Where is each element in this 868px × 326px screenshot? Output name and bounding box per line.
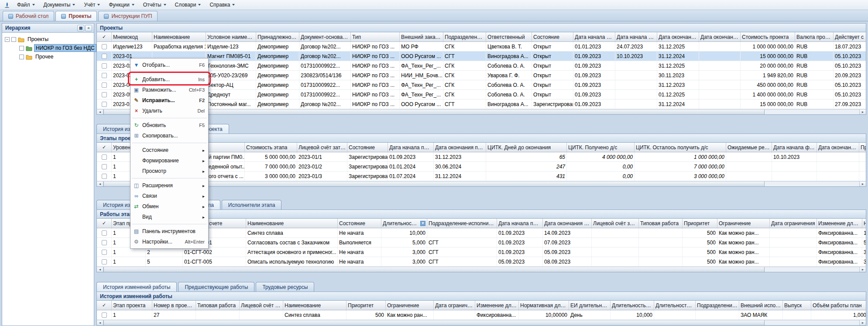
context-menu-item[interactable]: +Добавить...Ins <box>130 74 208 85</box>
column-header[interactable]: Приоритет <box>347 301 386 310</box>
scroll-right-button[interactable]: ► <box>859 320 866 325</box>
row-checkbox[interactable] <box>102 63 107 69</box>
column-header[interactable]: Типовая работа <box>639 219 683 228</box>
tree-checkbox[interactable] <box>19 55 24 59</box>
table-row[interactable]: 1501-СГТ-005Описать используемую техноло… <box>97 257 866 267</box>
row-checkbox[interactable] <box>102 250 107 255</box>
scroll-right-button[interactable]: ► <box>859 182 866 186</box>
select-all-header[interactable]: ✓ <box>97 32 112 41</box>
column-header[interactable]: Приоритет <box>683 219 717 228</box>
table-row[interactable]: 2023-05ДредноутДемопример017310009922...… <box>97 90 866 100</box>
context-menu-item[interactable]: ×УдалитьDel <box>130 106 208 116</box>
column-header[interactable]: Дата окончания план <box>543 219 592 228</box>
main-tab[interactable]: Рабочий стол <box>3 11 54 21</box>
column-header[interactable]: Изменение длительности <box>475 301 519 310</box>
column-header[interactable]: Этап проекта <box>112 301 152 310</box>
context-menu-item[interactable]: ⇄Обмен▸ <box>130 201 208 212</box>
history-hscrollbar[interactable]: ◄► <box>96 320 866 326</box>
context-menu-item[interactable]: ⚙Настройки...Alt+Enter <box>130 237 208 247</box>
tree-item[interactable]: −Проекты <box>2 35 94 44</box>
column-header[interactable]: Подразделение-исполнитель <box>696 301 739 310</box>
table-row[interactable]: 1еденной опыт...7 000 000,002023-01/2Зар… <box>97 162 866 172</box>
context-menu-item[interactable]: Вид▸ <box>130 212 208 222</box>
scroll-left-button[interactable]: ◄ <box>97 320 103 325</box>
context-menu-item[interactable]: Просмотр▸ <box>130 166 208 176</box>
context-menu-item[interactable]: ◫Расширения▸ <box>130 180 208 191</box>
scroll-thumb[interactable] <box>103 320 765 325</box>
column-header[interactable]: Ограничение <box>386 301 434 310</box>
context-menu-item[interactable]: Состояние▸ <box>130 145 208 155</box>
row-checkbox[interactable] <box>102 82 107 88</box>
row-checkbox[interactable] <box>102 54 107 59</box>
column-header[interactable]: Ответственный <box>486 32 532 41</box>
context-menu-item[interactable]: ↻ОбновитьF5 <box>130 120 208 130</box>
menubar-item[interactable]: Отчёты <box>139 0 170 9</box>
works-hscrollbar[interactable]: ◄► <box>96 267 866 272</box>
table-row[interactable]: 1ого отчета с ...3 000 000,002023-01/3За… <box>97 172 866 181</box>
column-header[interactable]: Длительность факт <box>654 301 696 310</box>
column-header[interactable]: Условное наименование <box>206 32 256 41</box>
tree-item[interactable]: Прочее <box>2 52 94 61</box>
column-header[interactable]: Лицевой счёт затрат <box>592 219 639 228</box>
column-header[interactable]: Нормативная длительность <box>862 219 866 228</box>
select-all-header[interactable]: ✓ <box>97 301 112 310</box>
column-header[interactable]: ЦИТК. Дней до окончания <box>486 143 567 152</box>
section-tab[interactable]: Исполнители этапа <box>222 200 282 209</box>
column-header[interactable]: Ограничение <box>717 219 770 228</box>
scroll-right-button[interactable]: ► <box>859 110 866 114</box>
stages-hscrollbar[interactable]: ◄► <box>96 181 866 187</box>
row-checkbox[interactable] <box>102 240 107 245</box>
row-checkbox[interactable] <box>102 174 107 179</box>
table-row[interactable]: 2023-02Технология-ЭМСДемопример017310009… <box>97 61 866 71</box>
menubar-item[interactable]: Документы <box>40 0 79 9</box>
column-header[interactable]: ЕИ длительности <box>569 301 611 310</box>
column-header[interactable]: Нормативная длительность <box>519 301 569 310</box>
column-header[interactable]: Объём работы план <box>811 301 866 310</box>
collapse-panel-icon[interactable]: « <box>85 25 92 31</box>
column-header[interactable]: Дата окончания ф <box>817 143 859 152</box>
column-header[interactable]: Дата начала план. <box>573 32 615 41</box>
column-header[interactable]: Дата окончания план. <box>657 32 699 41</box>
row-checkbox[interactable] <box>102 73 107 78</box>
column-header[interactable]: Дата начала план <box>388 143 434 152</box>
column-header[interactable]: Длительность план▼ <box>381 219 427 228</box>
column-header[interactable]: Дата окончания план <box>434 143 486 152</box>
table-row[interactable]: 2023-04Вектор-АЦДемопример017310009922..… <box>97 80 866 90</box>
context-menu-item[interactable]: ▼Отобрать...F6 <box>130 60 208 70</box>
column-header[interactable]: Типовая работа <box>196 301 240 310</box>
column-header[interactable]: Валюта проекта <box>795 32 834 41</box>
table-row[interactable]: 2023-01ппПостоянный маг...ДемопримерДого… <box>97 100 866 109</box>
column-header[interactable]: Номер в проекте <box>152 301 196 310</box>
column-header[interactable]: Состояние <box>532 32 573 41</box>
projects-hscrollbar[interactable]: ◄► <box>96 109 866 115</box>
column-header[interactable]: Внешний исполнитель <box>739 301 783 310</box>
column-header[interactable]: Наименование <box>152 32 206 41</box>
context-menu-item[interactable]: ⊞Скопировать... <box>130 130 208 141</box>
column-header[interactable]: Изменение длительности <box>817 219 862 228</box>
column-header[interactable]: Дата окончания факт. <box>699 32 741 41</box>
column-header[interactable]: Мнемокод <box>112 32 152 41</box>
context-menu-item[interactable]: Формирование▸ <box>130 155 208 166</box>
context-menu-item[interactable]: ▤Панель инструментов <box>130 226 208 237</box>
row-checkbox[interactable] <box>102 154 107 160</box>
table-row[interactable]: 1й партии ПМ0...5 000 000,002023-01/1Зар… <box>97 152 866 162</box>
scroll-left-button[interactable]: ◄ <box>97 267 103 272</box>
row-checkbox[interactable] <box>102 102 107 107</box>
column-header[interactable]: Дата начала план <box>497 219 543 228</box>
row-checkbox[interactable] <box>102 312 107 318</box>
row-checkbox[interactable] <box>102 44 107 49</box>
row-checkbox[interactable] <box>102 164 107 169</box>
column-header[interactable]: Дата начала факт <box>772 143 817 152</box>
panel-options-icon[interactable]: ▦ <box>77 25 84 31</box>
column-header[interactable]: Документ-основание <box>299 32 351 41</box>
column-header[interactable]: Выпуск <box>783 301 811 310</box>
row-checkbox[interactable] <box>102 230 107 236</box>
main-tab[interactable]: Инструкции ПУП <box>98 11 158 21</box>
column-header[interactable]: Наименование <box>283 301 347 310</box>
tree-checkbox[interactable] <box>11 37 16 42</box>
column-header[interactable]: Наименование <box>246 219 338 228</box>
context-menu-item[interactable]: ∞Связи▸ <box>130 191 208 201</box>
column-header[interactable]: Состояние <box>338 219 381 228</box>
column-header[interactable]: Тип <box>351 32 400 41</box>
column-header[interactable]: Стоимость проекта <box>741 32 795 41</box>
